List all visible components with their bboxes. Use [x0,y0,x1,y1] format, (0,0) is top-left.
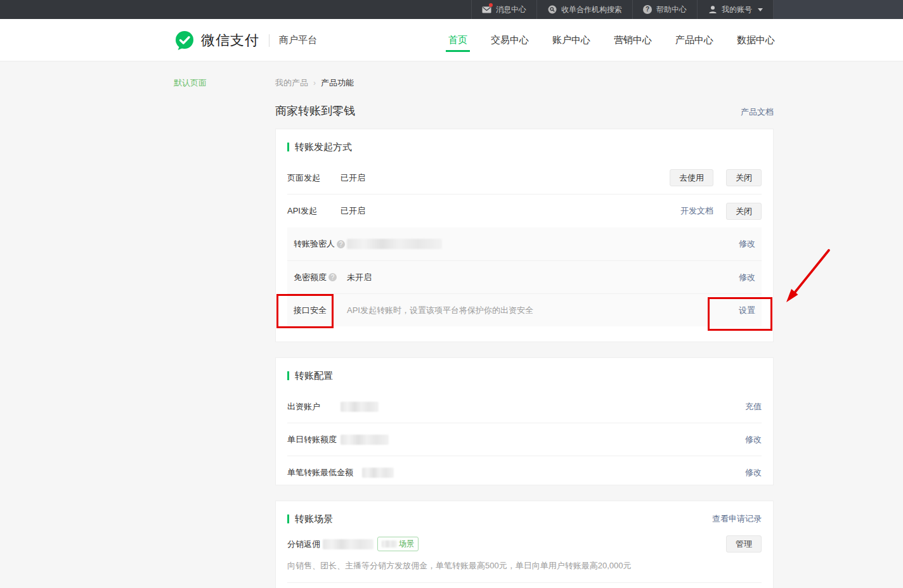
brand-divider [269,34,270,47]
topbar-item-help-center[interactable]: ? 帮助中心 [632,0,697,19]
topbar-menu: 消息中心 收单合作机构搜索 ? 帮助中心 我的账号 [471,0,774,19]
header: 微信支付 商户平台 首页 交易中心 账户中心 营销中心 产品中心 数据中心 [0,19,903,61]
modify-verifier-link[interactable]: 修改 [739,238,755,250]
nav-item-marketing-center[interactable]: 营销中心 [614,20,652,60]
close-page-initiate-button[interactable]: 关闭 [726,169,762,186]
section-title: 转账发起方式 [295,141,352,153]
row-api-initiate: API发起 已开启 开发文档 关闭 [287,195,762,227]
row-label: 页面发起 [287,172,341,184]
row-label: 单日转账额度 [287,434,341,445]
section-accent-bar [287,143,289,151]
scene-tag-label: 场景 [399,539,414,549]
breadcrumb-current: 产品功能 [321,77,354,89]
section-accent-bar [287,371,289,380]
sidebar-item-default-page[interactable]: 默认页面 [174,77,207,89]
merchant-platform-page: 消息中心 收单合作机构搜索 ? 帮助中心 我的账号 [0,0,903,588]
set-api-security-link[interactable]: 设置 [739,305,755,316]
nav-item-account-center[interactable]: 账户中心 [552,20,590,60]
modify-min-amount-link[interactable]: 修改 [745,467,762,478]
main-nav: 首页 交易中心 账户中心 营销中心 产品中心 数据中心 [448,19,775,61]
nav-item-product-center[interactable]: 产品中心 [675,20,713,60]
notification-badge-dot [489,3,493,7]
section-title: 转账配置 [295,370,333,382]
redacted-value [362,468,394,478]
row-description: API发起转账时，设置该项平台将保护你的出资安全 [347,305,533,316]
topbar-item-label: 我的账号 [722,4,752,15]
product-doc-link[interactable]: 产品文档 [741,106,774,118]
topbar: 消息中心 收单合作机构搜索 ? 帮助中心 我的账号 [0,0,903,19]
row-page-initiate: 页面发起 已开启 去使用 关闭 [287,162,762,195]
row-no-password-quota: 免密额度 ? 未开启 修改 [287,260,762,293]
divider [287,582,762,583]
recharge-link[interactable]: 充值 [745,401,762,412]
row-label: 免密额度 ? [294,272,347,283]
nav-item-transactions[interactable]: 交易中心 [491,20,529,60]
card-transfer-scenes: 转账场景 查看申请记录 分销返佣 场景 管理 向销售、团长、主播等分销方发放佣金… [275,501,774,588]
row-transfer-verifier: 转账验密人 ? 修改 [287,227,762,260]
nav-item-data-center[interactable]: 数据中心 [737,20,775,60]
row-status: 已开启 [341,205,365,217]
scene-tag: 场景 [377,537,419,551]
go-use-button[interactable]: 去使用 [670,169,713,186]
breadcrumb: 我的产品 › 产品功能 [275,77,354,89]
search-icon [547,5,557,14]
card-transfer-config: 转账配置 出资账户 充值 单日转账额度 修改 单笔转账最低金额 [275,357,774,485]
topbar-item-messages[interactable]: 消息中心 [471,0,536,19]
row-status: 已开启 [341,172,365,184]
page-title: 商家转账到零钱 [275,103,355,118]
brand[interactable]: 微信支付 商户平台 [174,19,317,61]
help-icon[interactable]: ? [337,240,345,248]
view-application-records-link[interactable]: 查看申请记录 [712,513,762,525]
annotation-arrow [780,247,833,310]
topbar-item-label: 消息中心 [496,4,526,15]
topbar-item-label: 帮助中心 [656,4,687,15]
redacted-value [382,540,397,547]
breadcrumb-parent[interactable]: 我的产品 [275,77,308,89]
row-label: 出资账户 [287,401,341,412]
section-title: 转账场景 [295,513,333,525]
row-status: 未开启 [347,272,372,283]
topbar-trailing-area [774,0,903,19]
scene-description: 向销售、团长、主播等分销方发放佣金，单笔转账最高500元，单日向单用户转账最高2… [287,560,762,572]
scene-label: 分销返佣 [287,539,320,550]
chevron-down-icon [758,8,763,11]
manage-button[interactable]: 管理 [726,535,762,553]
redacted-value [347,239,442,249]
row-label: 单笔转账最低金额 [287,467,353,478]
redacted-value [323,539,374,549]
row-label: 接口安全 [294,305,347,316]
row-api-security: 接口安全 API发起转账时，设置该项平台将保护你的出资安全 设置 [287,293,762,326]
help-icon[interactable]: ? [328,273,337,281]
redacted-value [341,435,389,445]
row-funding-account: 出资账户 充值 [287,390,762,423]
row-label: 转账验密人 ? [294,238,347,250]
question-icon: ? [643,5,652,14]
redacted-value [341,402,379,412]
topbar-item-acquirer-search[interactable]: 收单合作机构搜索 [536,0,632,19]
breadcrumb-separator: › [313,79,316,87]
row-label: API发起 [287,205,341,217]
modify-quota-link[interactable]: 修改 [739,272,755,283]
row-daily-quota: 单日转账额度 修改 [287,423,762,456]
card-transfer-methods: 转账发起方式 页面发起 已开启 去使用 关闭 API发起 已开启 开发文档 关闭 [275,129,774,342]
section-accent-bar [287,514,289,523]
topbar-item-my-account[interactable]: 我的账号 [697,0,774,19]
nav-item-home[interactable]: 首页 [448,20,467,60]
modify-daily-quota-link[interactable]: 修改 [745,434,762,445]
brand-name: 微信支付 [201,31,259,50]
person-icon [708,5,717,14]
dev-doc-link[interactable]: 开发文档 [680,205,713,217]
row-distribution-commission: 分销返佣 场景 管理 [287,535,762,553]
brand-subtitle: 商户平台 [279,34,317,46]
envelope-icon [482,5,491,14]
wechat-pay-logo-icon [174,30,195,51]
topbar-item-label: 收单合作机构搜索 [561,4,622,15]
row-min-amount: 单笔转账最低金额 修改 [287,456,762,485]
api-settings-panel: 转账验密人 ? 修改 免密额度 ? 未开启 修改 [287,227,762,326]
close-api-initiate-button[interactable]: 关闭 [726,203,762,220]
